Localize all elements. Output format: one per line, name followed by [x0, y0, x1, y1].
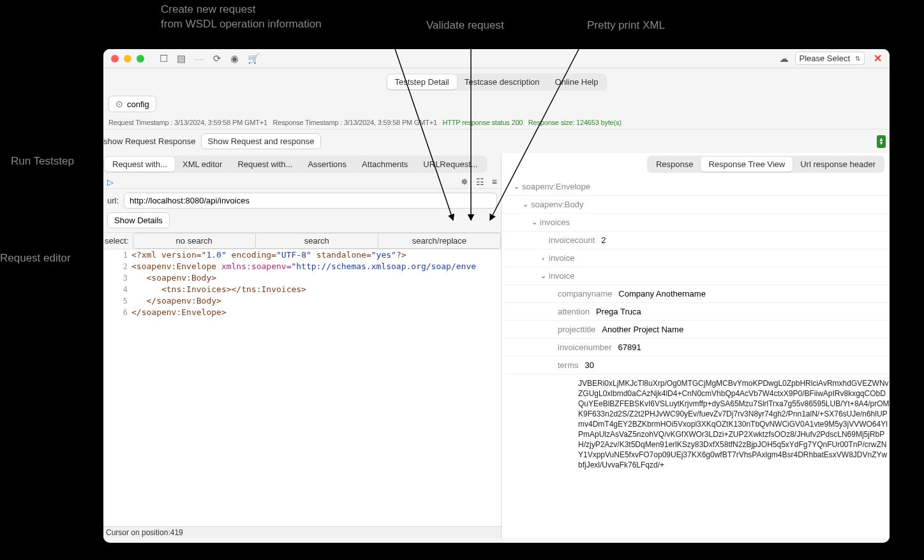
divider-icon: —	[195, 53, 204, 64]
line-number: 1	[103, 249, 131, 261]
response-timestamp-value: 3/13/2024, 3:59:58 PM GMT+1	[344, 119, 437, 126]
tree-key-invoices: invoices	[540, 217, 570, 227]
environment-select[interactable]: Please Select ⇅	[795, 52, 865, 65]
chevron-down-icon[interactable]: ⌄	[510, 182, 522, 191]
environment-select-label: Please Select	[800, 54, 851, 63]
editor-line[interactable]: 5 </soapenv:Body>	[103, 295, 501, 307]
tab-teststep-detail[interactable]: Teststep Detail	[387, 75, 457, 89]
tree-key-invoicecount: invoicecount	[549, 235, 595, 245]
tree-node-invoices[interactable]: ⌄ invoices	[502, 214, 890, 232]
tree-node-body[interactable]: ⌄ soapenv:Body	[502, 196, 890, 214]
annotation-validate-request: Validate request	[426, 19, 504, 32]
response-size: Response size: 124653 byte(s)	[528, 119, 622, 126]
user-icon[interactable]: ◉	[230, 53, 239, 64]
url-input[interactable]	[124, 193, 497, 209]
tree-node-invoice-expanded[interactable]: ⌄ invoice	[502, 267, 890, 285]
status-row: Request Timestamp : 3/13/2024, 3:59:58 P…	[103, 116, 890, 129]
chevron-right-icon[interactable]: ›	[537, 254, 549, 262]
tree-val-terms: 30	[585, 360, 594, 370]
cloud-icon[interactable]: ☁	[779, 53, 789, 64]
run-teststep-icon[interactable]: ▷	[107, 177, 114, 187]
tree-val-projecttitle: Another Project Name	[602, 325, 683, 334]
tree-node-companyname[interactable]: companyname Company Anothername	[502, 285, 890, 303]
expand-collapse-arrows-icon[interactable]: ▲▼	[877, 135, 886, 148]
window-close-button[interactable]	[111, 55, 119, 63]
config-button[interactable]: config	[108, 96, 156, 112]
tree-key-terms: terms	[558, 360, 579, 370]
window-minimize-button[interactable]	[124, 55, 131, 63]
no-search-tab[interactable]: no search	[133, 233, 256, 249]
close-panel-icon[interactable]: ✕	[874, 52, 882, 64]
tree-key-attention: attention	[558, 307, 590, 316]
validate-request-icon[interactable]: ☷	[476, 177, 484, 187]
editor-line[interactable]: 4 <tns:Invoices></tns:Invoices>	[103, 284, 501, 295]
create-request-icon[interactable]: ✵	[461, 177, 468, 187]
line-number: 3	[103, 272, 131, 284]
window-maximize-button[interactable]	[137, 55, 144, 63]
search-tab[interactable]: search	[256, 233, 378, 249]
show-request-response-select[interactable]: Show Request and response	[201, 133, 322, 149]
cursor-position-status: Cursor on position:419	[103, 526, 501, 538]
tab-assertions[interactable]: Assertions	[300, 157, 354, 172]
tree-key-invoice1: invoice	[549, 253, 574, 263]
response-tree: ⌄ soapenv:Envelope ⌄ soapenv:Body ⌄ invo…	[502, 175, 890, 538]
traffic-lights	[111, 55, 144, 63]
editor-line[interactable]: 3 <soapenv:Body>	[103, 272, 501, 284]
tree-val-attention: Prega Truca	[596, 307, 641, 316]
cart-icon[interactable]: 🛒	[248, 53, 260, 64]
tree-node-invoice-collapsed[interactable]: › invoice	[502, 249, 890, 267]
tab-xml-editor[interactable]: XML editor	[175, 157, 230, 172]
sidebar-toggle-icon[interactable]: ☐	[160, 53, 168, 64]
tree-val-companyname: Company Anothername	[618, 289, 706, 298]
tab-response-tree-view[interactable]: Response Tree View	[701, 157, 793, 172]
tree-key-projecttitle: projecttitle	[558, 325, 595, 334]
tab-request-with-2[interactable]: Request with...	[230, 157, 300, 172]
chevron-updown-icon: ⇅	[855, 55, 860, 62]
tab-url-response-header[interactable]: Url response header	[793, 157, 883, 172]
tree-node-invoicenumber[interactable]: invoicenumber 67891	[502, 339, 890, 357]
tab-request-with-1[interactable]: Request with...	[105, 157, 175, 172]
editor-line[interactable]: 2<soapenv:Envelope xmlns:soapenv="http:/…	[103, 261, 501, 272]
titlebar: ☐ ▤ — ⟳ ◉ 🛒 ☁ Please Select ⇅ ✕	[103, 49, 890, 68]
editor-line[interactable]: 6</soapenv:Envelope>	[103, 307, 501, 318]
top-tabs: Teststep Detail Testcase description Onl…	[103, 68, 890, 91]
search-replace-tab[interactable]: search/replace	[378, 233, 501, 249]
tree-val-invoicenumber: 67891	[618, 343, 641, 352]
search-row: select: no search search search/replace	[103, 232, 501, 249]
request-pane: Request with... XML editor Request with.…	[103, 153, 502, 538]
tree-node-terms[interactable]: terms 30	[502, 357, 890, 374]
url-row: url:	[103, 189, 501, 212]
tree-key-invoicenumber: invoicenumber	[558, 343, 612, 352]
sync-icon[interactable]: ⟳	[213, 53, 221, 64]
tab-testcase-description[interactable]: Testcase description	[457, 75, 548, 89]
tab-online-help[interactable]: Online Help	[548, 75, 606, 89]
chevron-down-icon[interactable]: ⌄	[519, 200, 531, 209]
show-request-response-label: show Request Response	[103, 136, 196, 146]
tab-response[interactable]: Response	[648, 157, 701, 172]
tree-key-invoice2: invoice	[549, 271, 574, 281]
request-toolbar: ▷ ✵ ☷ ≡	[103, 175, 501, 189]
select-label: select:	[103, 236, 133, 246]
response-timestamp-label: Response Timestamp :	[273, 119, 343, 126]
chevron-down-icon[interactable]: ⌄	[528, 218, 540, 226]
tree-key-companyname: companyname	[558, 289, 612, 298]
request-editor[interactable]: 1<?xml version="1.0" encoding="UTF-8" st…	[103, 249, 501, 526]
response-pane: Response Response Tree View Url response…	[502, 153, 890, 538]
chevron-down-icon[interactable]: ⌄	[537, 272, 549, 280]
tree-node-projecttitle[interactable]: projecttitle Another Project Name	[502, 321, 890, 339]
tree-val-invoicecount: 2	[601, 235, 606, 245]
show-details-button[interactable]: Show Details	[107, 212, 170, 228]
titlebar-right: ☁ Please Select ⇅ ✕	[779, 52, 883, 65]
annotation-run-teststep: Run Teststep	[11, 155, 74, 168]
document-icon[interactable]: ▤	[177, 53, 186, 64]
pretty-print-icon[interactable]: ≡	[492, 177, 497, 187]
code-content: <tns:Invoices></tns:Invoices>	[131, 284, 306, 295]
editor-line[interactable]: 1<?xml version="1.0" encoding="UTF-8" st…	[103, 249, 501, 261]
tab-attachments[interactable]: Attachments	[354, 157, 415, 172]
tree-node-attention[interactable]: attention Prega Truca	[502, 303, 890, 321]
tree-node-envelope[interactable]: ⌄ soapenv:Envelope	[502, 178, 890, 196]
line-number: 5	[103, 295, 131, 307]
titlebar-icons: ☐ ▤ — ⟳ ◉ 🛒	[160, 53, 260, 64]
tab-url-request[interactable]: URLRequest...	[415, 157, 485, 172]
tree-node-invoicecount[interactable]: invoicecount 2	[502, 232, 890, 249]
